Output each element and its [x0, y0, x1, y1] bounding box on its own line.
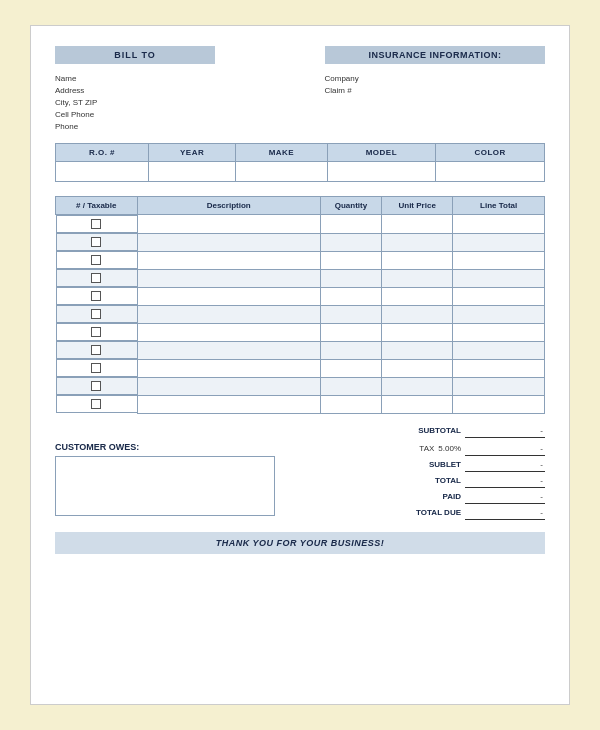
item-qty-cell	[320, 305, 381, 323]
table-row	[56, 215, 545, 234]
bottom-section: CUSTOMER OWES: TAX 5.00% - SUBLET - TO	[55, 442, 545, 522]
item-num-cell	[56, 395, 137, 413]
item-line-cell	[453, 269, 545, 287]
item-num-cell	[56, 215, 137, 233]
item-qty-cell	[320, 251, 381, 269]
total-due-label: TOTAL DUE	[385, 508, 465, 517]
table-row	[56, 341, 545, 359]
total-due-dash: -	[540, 508, 543, 517]
item-qty-cell	[320, 287, 381, 305]
name-label: Name	[55, 74, 300, 83]
vehicle-col-ro: R.O. #	[56, 144, 149, 162]
items-col-unit: Unit Price	[382, 197, 453, 215]
total-row: TOTAL -	[290, 474, 545, 488]
item-desc-cell	[137, 251, 320, 269]
item-num-cell	[56, 305, 137, 323]
table-row	[56, 251, 545, 269]
vehicle-color	[436, 162, 545, 182]
checkbox-icon[interactable]	[91, 381, 101, 391]
subtotal-label: SUBTOTAL	[385, 426, 465, 435]
item-qty-cell	[320, 233, 381, 251]
table-row	[56, 305, 545, 323]
item-unit-cell	[382, 341, 453, 359]
item-unit-cell	[382, 395, 453, 413]
items-table: # / Taxable Description Quantity Unit Pr…	[55, 196, 545, 414]
item-desc-cell	[137, 215, 320, 234]
tax-value: -	[465, 442, 545, 456]
checkbox-icon[interactable]	[91, 291, 101, 301]
checkbox-icon[interactable]	[91, 345, 101, 355]
item-num-cell	[56, 359, 137, 377]
item-qty-cell	[320, 377, 381, 395]
item-desc-cell	[137, 377, 320, 395]
address-section: Name Address City, ST ZIP Cell Phone Pho…	[55, 74, 545, 131]
company-label: Company	[325, 74, 546, 83]
item-unit-cell	[382, 377, 453, 395]
table-row	[56, 269, 545, 287]
vehicle-ro	[56, 162, 149, 182]
customer-owes-section: CUSTOMER OWES:	[55, 442, 290, 516]
items-col-num: # / Taxable	[56, 197, 138, 215]
table-row	[56, 377, 545, 395]
item-qty-cell	[320, 215, 381, 234]
checkbox-icon[interactable]	[91, 237, 101, 247]
item-desc-cell	[137, 305, 320, 323]
item-num-cell	[56, 377, 137, 395]
vehicle-table: R.O. # YEAR MAKE MODEL COLOR	[55, 143, 545, 182]
total-due-row: TOTAL DUE -	[290, 506, 545, 520]
checkbox-icon[interactable]	[91, 273, 101, 283]
checkbox-icon[interactable]	[91, 309, 101, 319]
claim-label: Claim #	[325, 86, 546, 95]
vehicle-make	[236, 162, 327, 182]
item-qty-cell	[320, 395, 381, 413]
items-col-desc: Description	[137, 197, 320, 215]
footer-text: THANK YOU FOR YOUR BUSINESS!	[216, 538, 385, 548]
checkbox-icon[interactable]	[91, 255, 101, 265]
vehicle-col-color: COLOR	[436, 144, 545, 162]
tax-dash: -	[540, 444, 543, 453]
item-line-cell	[453, 215, 545, 234]
table-row	[56, 287, 545, 305]
items-col-line: Line Total	[453, 197, 545, 215]
item-num-cell	[56, 233, 137, 251]
vehicle-col-model: MODEL	[327, 144, 436, 162]
item-num-cell	[56, 323, 137, 341]
item-unit-cell	[382, 359, 453, 377]
footer: THANK YOU FOR YOUR BUSINESS!	[55, 532, 545, 554]
total-due-value: -	[465, 506, 545, 520]
checkbox-icon[interactable]	[91, 327, 101, 337]
checkbox-icon[interactable]	[91, 399, 101, 409]
item-num-cell	[56, 269, 137, 287]
sublet-label: SUBLET	[385, 460, 465, 469]
item-line-cell	[453, 251, 545, 269]
item-line-cell	[453, 233, 545, 251]
item-unit-cell	[382, 287, 453, 305]
insurance-header: INSURANCE INFORMATION:	[325, 46, 545, 64]
item-unit-cell	[382, 323, 453, 341]
table-row	[56, 395, 545, 413]
checkbox-icon[interactable]	[91, 363, 101, 373]
item-unit-cell	[382, 215, 453, 234]
customer-owes-box[interactable]	[55, 456, 275, 516]
item-desc-cell	[137, 395, 320, 413]
checkbox-icon[interactable]	[91, 219, 101, 229]
items-col-qty: Quantity	[320, 197, 381, 215]
sublet-row: SUBLET -	[290, 458, 545, 472]
item-line-cell	[453, 341, 545, 359]
item-unit-cell	[382, 269, 453, 287]
item-desc-cell	[137, 359, 320, 377]
paid-value: -	[465, 490, 545, 504]
item-line-cell	[453, 323, 545, 341]
city-label: City, ST ZIP	[55, 98, 300, 107]
total-value: -	[465, 474, 545, 488]
vehicle-year	[148, 162, 235, 182]
item-desc-cell	[137, 269, 320, 287]
table-row	[56, 323, 545, 341]
subtotal-area: SUBTOTAL -	[55, 424, 545, 440]
item-unit-cell	[382, 251, 453, 269]
item-num-cell	[56, 287, 137, 305]
item-line-cell	[453, 305, 545, 323]
billing-address: Name Address City, ST ZIP Cell Phone Pho…	[55, 74, 300, 131]
table-row	[56, 233, 545, 251]
tax-label: TAX	[419, 444, 438, 453]
